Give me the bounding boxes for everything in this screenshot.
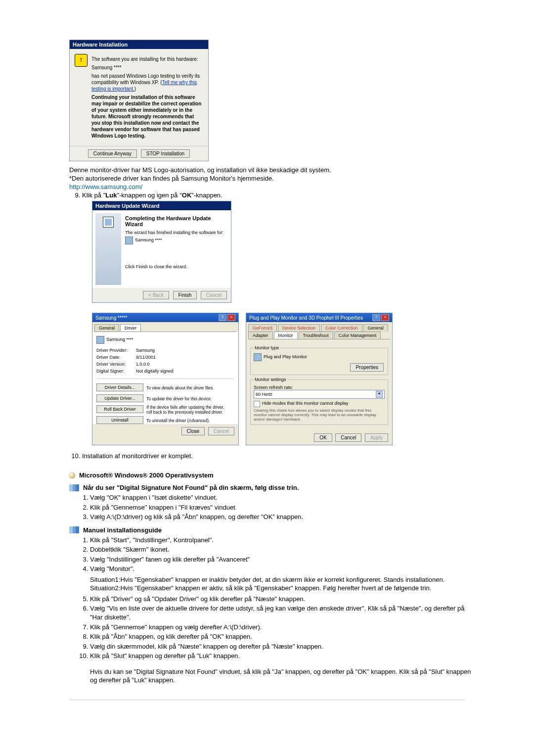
divider: [69, 700, 465, 700]
montype: Plug and Play Monitor: [264, 354, 307, 359]
sigA-3: Vælg A:\(D:\driver) og klik så på "Åbn" …: [90, 513, 475, 521]
pnp-title: Plug and Play Monitor and 3D Prophet III…: [249, 315, 363, 321]
driver-prop-dialog: Samsung ***** ? × General Driver Samsung…: [92, 313, 239, 445]
drv-version: 1.0.0.0: [136, 362, 150, 367]
monitor-icon: [254, 353, 262, 361]
tab-adapter[interactable]: Adapter: [248, 331, 273, 339]
footer-paragraph: Hvis du kan se "Digital Signature Not Fo…: [90, 667, 475, 685]
manual-10: Klik på "Slut" knappen og derefter på "L…: [90, 652, 475, 661]
manual-6: Vælg "Vis en liste over de aktuelle driv…: [90, 604, 475, 621]
properties-button[interactable]: Properties: [350, 363, 384, 372]
ok-button[interactable]: OK: [314, 433, 332, 442]
manual-3: Vælg "Indstillinger" fanen og klik deref…: [90, 555, 475, 564]
sig-not-found-heading: Når du ser "Digital Signature Not Found"…: [69, 484, 475, 491]
monitor-icon: [96, 336, 104, 344]
cancel-button[interactable]: Cancel: [335, 433, 361, 442]
manual-7: Klik på "Gennemse" knappen og vælg deref…: [90, 623, 475, 632]
manual-5: Klik på "Driver" og så "Opdater Driver" …: [90, 595, 475, 604]
tab-general[interactable]: General: [363, 324, 388, 331]
hw-install-warning: Continuing your installation of this sof…: [91, 94, 203, 139]
warning-icon: !: [75, 54, 88, 67]
drv-provider: Samsung: [136, 348, 155, 353]
manual-heading: Manuel installationsguide: [69, 526, 475, 534]
steps-icon: [69, 484, 79, 491]
wizard-heading: Completing the Hardware Update Wizard: [125, 215, 224, 227]
tab-color-mgmt[interactable]: Color Management: [334, 331, 381, 339]
hide-modes-note: Clearing this check box allows you to se…: [254, 408, 385, 422]
back-button[interactable]: < Back: [143, 291, 169, 299]
pnp-prop-dialog: Plug and Play Monitor and 3D Prophet III…: [246, 313, 393, 445]
tab-troubleshoot[interactable]: Troubleshoot: [299, 331, 333, 339]
drv-date: 9/11/2001: [136, 355, 156, 360]
driver-details-button[interactable]: Driver Details...: [96, 383, 143, 391]
samsung-link[interactable]: http://www.samsung.com/: [69, 183, 142, 190]
tab-color-correction[interactable]: Color Correction: [321, 324, 362, 331]
driver-prop-title: Samsung *****: [95, 315, 127, 321]
chevron-down-icon[interactable]: ▾: [376, 391, 383, 398]
hw-install-device: Samsung ****: [91, 64, 203, 71]
win2000-heading: Microsoft® Windows® 2000 Operativsystem: [69, 472, 475, 479]
tab-general[interactable]: General: [94, 324, 119, 331]
wizard-line1: The wizard has finished installing the s…: [125, 230, 224, 235]
manual-4: Vælg "Monitor".: [90, 565, 475, 573]
situation1: Situation1:Hvis "Egenskaber" knappen er …: [90, 575, 475, 584]
step-10: Installation af monitordriver er komplet…: [82, 452, 475, 460]
hw-install-title: Hardware Installation: [70, 40, 208, 49]
cancel-button[interactable]: Cancel: [201, 291, 227, 299]
close-icon[interactable]: ×: [381, 314, 389, 321]
hw-install-line1: The software you are installing for this…: [91, 56, 203, 62]
manual-8: Klik på "Åbn" knappen, og klik derefter …: [90, 632, 475, 641]
rollback-driver-button[interactable]: Roll Back Driver: [96, 405, 143, 413]
close-button[interactable]: Close: [181, 427, 205, 435]
continue-anyway-button[interactable]: Continue Anyway: [88, 149, 137, 158]
drv-device: Samsung ****: [106, 337, 134, 342]
uninstall-button[interactable]: Uninstall: [96, 416, 143, 424]
wizard-line2: Click Finish to close the wizard.: [125, 264, 224, 269]
tab-geforce[interactable]: GeForce3: [248, 324, 277, 331]
drv-signer: Not digitally signed: [136, 369, 174, 374]
close-icon[interactable]: ×: [227, 314, 235, 321]
hide-modes-label: Hide modes that this monitor cannot disp…: [262, 401, 349, 406]
update-driver-button[interactable]: Update Driver...: [96, 394, 143, 402]
refresh-select[interactable]: 60 Hertz ▾: [254, 390, 385, 399]
para-authorized: *Den autoriserede driver kan findes på S…: [69, 175, 475, 182]
tab-driver[interactable]: Driver: [120, 324, 141, 331]
finish-button[interactable]: Finish: [173, 291, 197, 299]
hw-update-wizard: Hardware Update Wizard Completing the Ha…: [92, 201, 231, 303]
monitor-icon: [125, 236, 133, 244]
manual-9: Vælg din skærmmodel, klik på "Næste" kna…: [90, 642, 475, 651]
stop-installation-button[interactable]: STOP Installation: [141, 149, 190, 158]
wizard-title: Hardware Update Wizard: [92, 201, 231, 210]
hide-modes-checkbox[interactable]: [254, 401, 260, 407]
para-logo-auth: Denne monitor-driver har MS Logo-autoris…: [69, 166, 475, 174]
refresh-label: Screen refresh rate:: [254, 385, 385, 390]
wizard-device: Samsung ****: [135, 237, 162, 242]
wizard-side-graphic: [95, 213, 121, 285]
manual-2: Dobbeltklik "Skærm" ikonet.: [90, 545, 475, 554]
manual-1: Klik på "Start", "Indstillinger", Kontro…: [90, 536, 475, 545]
montype-legend: Monitor type: [254, 345, 280, 350]
apply-button[interactable]: Apply: [365, 433, 388, 442]
steps-icon: [69, 526, 79, 533]
sigA-1: Vælg "OK" knappen i "Isæt diskette" vind…: [90, 493, 475, 502]
monset-legend: Monitor settings: [254, 377, 287, 382]
situation2: Situation2:Hvis "Egenskaber" knappen er …: [90, 584, 475, 593]
hw-install-dialog: Hardware Installation ! The software you…: [69, 40, 209, 161]
cancel-button[interactable]: Cancel: [208, 427, 234, 435]
help-icon[interactable]: ?: [372, 314, 380, 321]
tab-monitor[interactable]: Monitor: [274, 331, 298, 339]
hw-install-logo: has not passed Windows Logo testing to v…: [91, 73, 203, 92]
hardware-icon: [101, 215, 115, 229]
tab-device-selection[interactable]: Device Selection: [278, 324, 320, 331]
sigA-2: Klik på "Gennemse" knappen i "Fil kræves…: [90, 503, 475, 512]
step-9: Klik på "Luk"-knappen og igen på "OK"-kn…: [82, 191, 475, 445]
help-icon[interactable]: ?: [219, 314, 226, 321]
bullet-icon: [69, 472, 75, 478]
